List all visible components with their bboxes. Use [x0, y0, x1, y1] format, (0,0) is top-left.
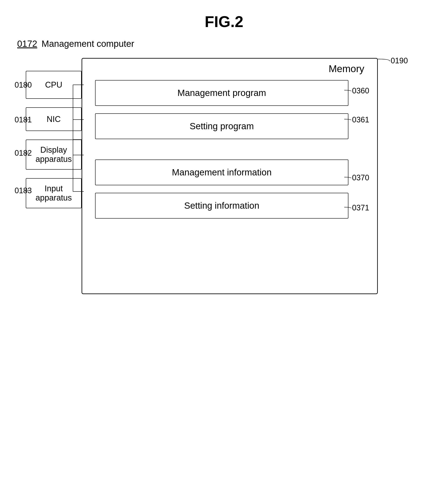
- memory-box: Memory Management program Setting progra…: [82, 58, 378, 294]
- setting-information-box: Setting information: [95, 193, 348, 218]
- cpu-box: CPU: [26, 71, 82, 99]
- memory-label: Memory: [329, 63, 364, 75]
- input-box: Input apparatus: [26, 178, 82, 208]
- main-label-text: Management computer: [41, 39, 134, 49]
- main-label-container: 0172 Management computer: [17, 39, 134, 49]
- figure-title: FIG.2: [205, 13, 243, 30]
- management-information-box: Management information: [95, 160, 348, 185]
- ref-0190: 0190: [391, 56, 408, 65]
- left-components: CPU NIC Display apparatus Input apparatu…: [26, 71, 82, 208]
- nic-box: NIC: [26, 107, 82, 131]
- management-program-box: Management program: [95, 80, 348, 106]
- display-box: Display apparatus: [26, 140, 82, 170]
- inner-boxes-container: Management program Setting program Manag…: [95, 80, 348, 226]
- main-ref: 0172: [17, 39, 37, 49]
- setting-program-box: Setting program: [95, 113, 348, 139]
